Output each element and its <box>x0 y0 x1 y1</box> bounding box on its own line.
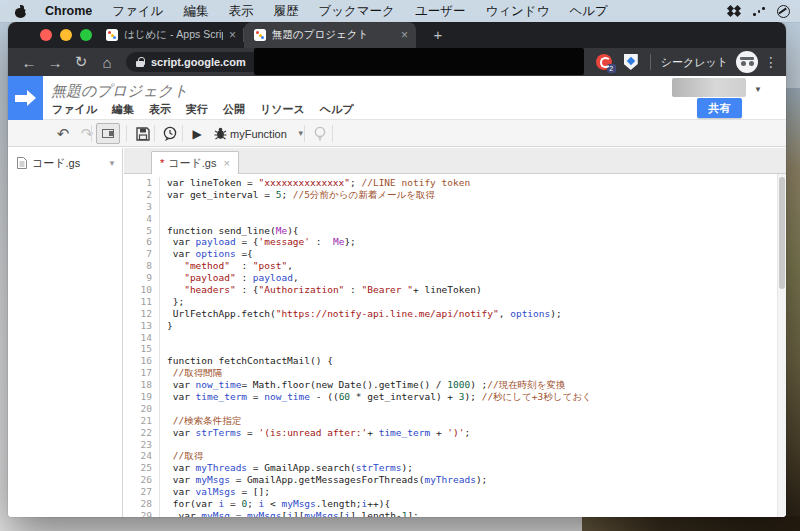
app-menu-item[interactable]: ファイル <box>52 102 97 117</box>
code-line[interactable]: 26 var myMsgs = GmailApp.getMessagesForT… <box>124 474 786 486</box>
line-number: 9 <box>124 272 160 284</box>
home-icon[interactable]: ⌂ <box>94 54 120 71</box>
editor-scrollbar[interactable] <box>777 174 786 517</box>
save-icon[interactable] <box>131 120 155 147</box>
editor-tab-code-gs[interactable]: * コード.gs × <box>151 151 239 174</box>
incognito-avatar-icon[interactable] <box>736 51 758 73</box>
code-line[interactable]: 15 <box>124 343 786 355</box>
menubar-item[interactable]: 編集 <box>183 3 208 20</box>
debug-bug-icon[interactable] <box>208 120 232 147</box>
tab-close-icon[interactable]: × <box>229 28 236 42</box>
undo-icon[interactable]: ↶ <box>52 120 74 147</box>
code-line[interactable]: 10 "headers" : {"Authorization" : "Beare… <box>124 284 786 296</box>
minimize-window-button[interactable] <box>60 29 72 41</box>
hint-lightbulb-icon[interactable] <box>308 120 332 147</box>
code-line[interactable]: 14 <box>124 332 786 344</box>
code-line[interactable]: 19 var time_term = now_time - ((60 * get… <box>124 391 786 403</box>
browser-tab-apps-script-docs[interactable]: はじめに - Apps Script × <box>96 22 244 48</box>
share-button[interactable]: 共有 <box>697 98 742 118</box>
code-editor: * コード.gs × 1var lineToken = "xxxxxxxxxxx… <box>124 148 786 517</box>
scrollbar-thumb[interactable] <box>779 177 785 289</box>
app-menu-item[interactable]: ヘルプ <box>320 102 354 117</box>
reload-icon[interactable]: ↻ <box>68 53 94 71</box>
app-menu-item[interactable]: 表示 <box>149 102 171 117</box>
project-title[interactable]: 無題のプロジェクト <box>51 82 188 101</box>
status-dots-icon[interactable] <box>753 5 765 17</box>
code-line[interactable]: 7 var options ={ <box>124 248 786 260</box>
code-line[interactable]: 25 var myThreads = GmailApp.search(strTe… <box>124 462 786 474</box>
zoom-window-button[interactable] <box>80 29 92 41</box>
run-icon[interactable]: ▶ <box>186 120 208 147</box>
file-menu-caret-icon[interactable]: ▼ <box>108 159 116 168</box>
app-menu-item[interactable]: リソース <box>260 102 305 117</box>
code-line[interactable]: 29 var myMsg = myMsgs[i][myMsgs[i].lengt… <box>124 510 786 517</box>
redo-icon[interactable]: ↷ <box>76 120 98 147</box>
menubar-item[interactable]: ブックマーク <box>318 3 394 20</box>
app-menu-item[interactable]: 編集 <box>112 102 134 117</box>
code-line[interactable]: 28 for(var i = 0; i < myMsgs.length;i++)… <box>124 498 786 510</box>
menubar-item[interactable]: ファイル <box>112 3 163 20</box>
code-line[interactable]: 21 //検索条件指定 <box>124 415 786 427</box>
close-window-button[interactable] <box>40 29 52 41</box>
browser-tab-untitled-project[interactable]: 無題のプロジェクト × <box>244 22 416 48</box>
menubar-item[interactable]: 履歴 <box>273 3 298 20</box>
code-area[interactable]: 1var lineToken = "xxxxxxxxxxxxxx"; //LIN… <box>124 174 786 517</box>
extension-badge: 2 <box>607 64 616 73</box>
code-line[interactable]: 22 var strTerms = '(is:unread after:'+ t… <box>124 427 786 439</box>
menubar-item[interactable]: ウィンドウ <box>485 3 549 20</box>
incognito-label: シークレット <box>661 55 728 70</box>
code-text: var options ={ <box>160 248 253 260</box>
secure-lock-icon[interactable] <box>136 57 144 67</box>
code-line[interactable]: 9 "payload" : payload, <box>124 272 786 284</box>
menubar-item[interactable]: 表示 <box>228 3 253 20</box>
triggers-clock-icon[interactable] <box>158 120 182 147</box>
line-number: 1 <box>124 177 160 189</box>
code-line[interactable]: 11 }; <box>124 296 786 308</box>
code-line[interactable]: 1var lineToken = "xxxxxxxxxxxxxx"; //LIN… <box>124 177 786 189</box>
do-not-disturb-icon[interactable] <box>777 5 790 18</box>
forward-icon[interactable]: → <box>42 54 68 71</box>
code-line[interactable]: 12 UrlFetchApp.fetch("https://notify-api… <box>124 308 786 320</box>
account-email-redacted[interactable] <box>672 78 746 97</box>
code-line[interactable]: 3 <box>124 201 786 213</box>
menubar-item[interactable]: ユーザー <box>415 3 466 20</box>
code-line[interactable]: 8 "method" : "post", <box>124 260 786 272</box>
code-line[interactable]: 23 <box>124 439 786 451</box>
function-selector[interactable]: myFunction ▼ <box>230 123 308 144</box>
address-bar[interactable]: script.google.com ☆ <box>126 52 582 72</box>
code-line[interactable]: 20 <box>124 403 786 415</box>
line-number: 28 <box>124 498 160 510</box>
app-menu-item[interactable]: 実行 <box>186 102 208 117</box>
back-icon[interactable]: ← <box>16 54 42 71</box>
app-menu-item[interactable]: 公開 <box>223 102 245 117</box>
code-line[interactable]: 24 //取得 <box>124 450 786 462</box>
code-line[interactable]: 17 //取得間隔 <box>124 367 786 379</box>
code-line[interactable]: 13} <box>124 320 786 332</box>
code-text: function send_line(Me){ <box>160 225 299 237</box>
chrome-menu-icon[interactable]: ⋮ <box>764 54 778 70</box>
sidebar-file-code-gs[interactable]: コード.gs ▼ <box>8 151 122 175</box>
extension-icon-red[interactable]: 2 <box>596 54 612 70</box>
file-name: コード.gs <box>32 156 108 171</box>
code-line[interactable]: 16function fetchContactMail() { <box>124 355 786 367</box>
editor-tab-close-icon[interactable]: × <box>223 157 229 169</box>
toggle-file-list-button[interactable] <box>96 123 120 144</box>
dropbox-icon[interactable] <box>727 5 741 18</box>
new-tab-button[interactable]: + <box>426 27 450 44</box>
apps-script-favicon <box>106 29 118 41</box>
menubar-app-name[interactable]: Chrome <box>45 4 92 18</box>
apple-menu-icon[interactable] <box>14 5 27 18</box>
extension-icon-shield[interactable] <box>624 54 638 70</box>
account-caret-icon[interactable]: ▼ <box>754 85 762 94</box>
browser-toolbar: ← → ↻ ⌂ script.google.com ☆ 2 シークレット ⋮ <box>8 48 786 76</box>
code-line[interactable]: 6 var payload = {'message' : Me}; <box>124 236 786 248</box>
code-line[interactable]: 5function send_line(Me){ <box>124 225 786 237</box>
wallpaper-foreground <box>582 516 800 531</box>
code-line[interactable]: 2var get_interval = 5; //5分前からの新着メールを取得 <box>124 189 786 201</box>
code-text: var now_time= Math.floor(new Date().getT… <box>160 379 566 391</box>
code-line[interactable]: 4 <box>124 213 786 225</box>
tab-close-icon[interactable]: × <box>401 28 408 42</box>
code-line[interactable]: 18 var now_time= Math.floor(new Date().g… <box>124 379 786 391</box>
code-line[interactable]: 27 var valMsgs = []; <box>124 486 786 498</box>
menubar-item[interactable]: ヘルプ <box>569 3 607 20</box>
